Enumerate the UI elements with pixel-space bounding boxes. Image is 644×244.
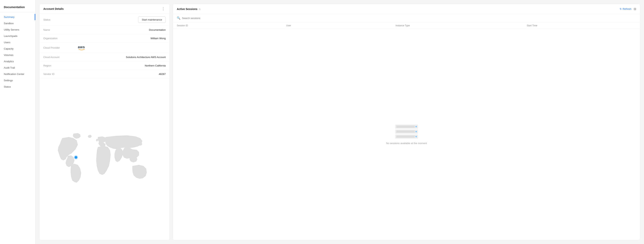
region-row: Region Northern California [40, 61, 170, 70]
search-bar: 🔍 [173, 14, 640, 22]
server-line [396, 131, 415, 131]
region-value: Northern California [145, 64, 166, 67]
col-session-id: Session ID [177, 24, 286, 27]
sessions-empty-state: No sessions available at the moment [173, 29, 640, 240]
sidebar-item-label: Launchpads [4, 35, 18, 38]
sidebar-item-notification-center[interactable]: Notification Center [0, 71, 35, 77]
vendor-id-value: 48287 [159, 73, 166, 75]
account-menu-button[interactable]: ⋮ [161, 7, 166, 11]
server-line [396, 126, 415, 126]
region-label: Region [43, 64, 78, 67]
account-panel-title: Account Details [43, 7, 64, 10]
sidebar-item-volumes[interactable]: Volumes [0, 52, 35, 58]
sidebar-item-label: Notification Center [4, 73, 24, 75]
world-map [49, 132, 160, 187]
server-line [396, 137, 415, 138]
sidebar-item-label: Utility Servers [4, 28, 19, 31]
server-dot [416, 126, 417, 127]
sidebar-item-label: Users [4, 41, 10, 44]
account-details-panel: Account Details ⋮ Status Start maintenan… [39, 4, 170, 240]
sessions-table-header: Session ID User Instance Type Start Time [173, 22, 640, 29]
sidebar-item-status[interactable]: Status [0, 84, 35, 90]
start-maintenance-button[interactable]: Start maintenance [138, 17, 166, 23]
server-lines [396, 126, 415, 128]
server-line [396, 132, 415, 133]
status-row: Status Start maintenance [40, 14, 170, 26]
sessions-panel-title: Active Sessions [177, 8, 197, 11]
server-lines [396, 131, 415, 133]
sidebar-item-summary[interactable]: Summary [0, 14, 35, 20]
sessions-title-wrap: Active Sessions ⎋ [177, 8, 200, 11]
server-row-2 [395, 130, 418, 134]
server-line [396, 136, 415, 136]
sessions-share-icon: ⎋ [199, 8, 200, 11]
server-illustration [395, 125, 418, 139]
sidebar-item-analytics[interactable]: Analytics [0, 58, 35, 65]
server-row-1 [395, 125, 418, 129]
account-panel-header: Account Details ⋮ [40, 4, 170, 14]
sidebar-item-capacity[interactable]: Capacity [0, 46, 35, 52]
cloud-account-row: Cloud Account Solutions Architecture AWS… [40, 53, 170, 61]
col-user: User [286, 24, 396, 27]
empty-sessions-message: No sessions available at the moment [386, 142, 427, 145]
refresh-label: Refresh [622, 8, 631, 10]
sidebar-nav: Summary Sandbox Utility Servers Launchpa… [0, 14, 35, 90]
server-line [396, 132, 415, 132]
org-row: Organization William Wong [40, 34, 170, 43]
org-value: William Wong [150, 37, 166, 40]
col-instance-type: Instance Type [396, 24, 527, 27]
sessions-header-actions: ↻ Refresh ⊟ [620, 7, 636, 11]
sidebar-item-launchpads[interactable]: Launchpads [0, 33, 35, 39]
server-line [396, 127, 415, 128]
location-dot [74, 156, 77, 159]
sidebar-item-label: Status [4, 85, 11, 88]
sidebar-item-utility-servers[interactable]: Utility Servers [0, 27, 35, 33]
org-label: Organization [43, 37, 78, 40]
server-lines [396, 136, 415, 138]
sidebar-item-sandbox[interactable]: Sandbox [0, 20, 35, 27]
sidebar-item-label: Settings [4, 79, 13, 82]
name-label: Name [43, 29, 78, 31]
vendor-id-row: Vendor ID 48287 [40, 70, 170, 78]
server-dot [416, 131, 417, 132]
refresh-icon: ↻ [620, 8, 622, 10]
sidebar-item-label: Volumes [4, 54, 14, 56]
name-row: Name Documentation [40, 26, 170, 34]
name-value: Documentation [149, 29, 166, 31]
cloud-provider-label: Cloud Provider [43, 46, 78, 49]
sidebar-item-users[interactable]: Users [0, 39, 35, 46]
cloud-account-label: Cloud Account [43, 56, 78, 59]
sessions-header: Active Sessions ⎋ ↻ Refresh ⊟ [173, 4, 640, 14]
search-input[interactable] [182, 17, 636, 20]
status-label: Status [43, 18, 78, 21]
search-icon: 🔍 [177, 16, 180, 20]
col-start-time: Start Time [527, 24, 636, 27]
sidebar: Documentation Summary Sandbox Utility Se… [0, 0, 36, 244]
sidebar-item-settings[interactable]: Settings [0, 77, 35, 84]
aws-text: aws [78, 45, 85, 49]
aws-smile-icon [78, 49, 85, 50]
server-line [396, 137, 415, 137]
cloud-provider-row: Cloud Provider aws [40, 43, 170, 53]
cloud-account-value: Solutions Architecture AWS Account [126, 56, 166, 59]
sidebar-item-label: Audit Trail [4, 66, 15, 69]
sidebar-item-label: Analytics [4, 60, 14, 63]
server-dot [416, 136, 417, 137]
aws-logo: aws [78, 45, 85, 50]
sidebar-item-label: Summary [4, 16, 14, 19]
sidebar-item-label: Capacity [4, 47, 14, 50]
sidebar-title: Documentation [0, 5, 35, 12]
vendor-id-label: Vendor ID [43, 73, 78, 75]
server-row-3 [395, 135, 418, 139]
server-line [396, 127, 415, 127]
sidebar-item-label: Sandbox [4, 22, 14, 25]
world-map-container [40, 78, 170, 240]
refresh-button[interactable]: ↻ Refresh [620, 8, 631, 10]
account-fields: Status Start maintenance Name Documentat… [40, 14, 170, 78]
filter-icon[interactable]: ⊟ [634, 7, 636, 11]
sidebar-item-audit-trail[interactable]: Audit Trail [0, 65, 35, 71]
main-content: Account Details ⋮ Status Start maintenan… [36, 0, 644, 244]
active-sessions-panel: Active Sessions ⎋ ↻ Refresh ⊟ 🔍 Session … [173, 4, 640, 240]
